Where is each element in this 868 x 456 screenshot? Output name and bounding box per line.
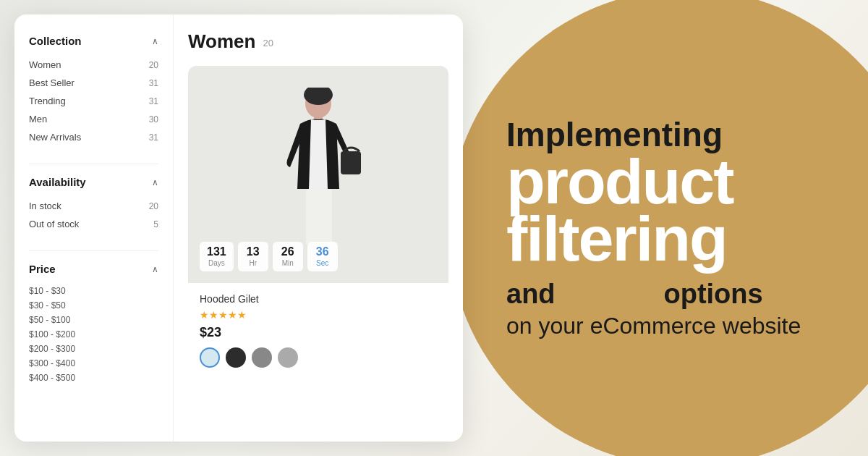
price-range-100-200[interactable]: $100 - $200	[29, 327, 158, 342]
filter-count-instock: 20	[149, 201, 158, 211]
price-section: Price ∧ $10 - $30 $30 - $50 $50 - $100 $…	[29, 263, 158, 385]
sidebar: Collection ∧ Women 20 Best Seller 31 Tre…	[14, 14, 174, 442]
and-text: and	[506, 279, 563, 309]
on-your-ecommerce-text: on your eCommerce website	[506, 313, 825, 339]
product-info: Hooded Gilet ★★★★★ $23	[188, 283, 448, 378]
filter-label-outofstock: Out of stock	[29, 219, 79, 229]
svg-rect-3	[341, 151, 361, 174]
filter-item-outofstock[interactable]: Out of stock 5	[29, 215, 158, 233]
color-swatches	[200, 347, 437, 368]
filter-label-instock: In stock	[29, 200, 61, 211]
collection-header[interactable]: Collection ∧	[29, 35, 158, 47]
divider-1	[29, 164, 158, 164]
page-title: Women	[188, 30, 255, 53]
countdown-sec-label: Sec	[315, 259, 331, 267]
filter-label-trending: Trending	[29, 96, 66, 106]
filter-item-women[interactable]: Women 20	[29, 56, 158, 74]
filtering-big-text: filtering	[506, 210, 825, 267]
collection-section: Collection ∧ Women 20 Best Seller 31 Tre…	[29, 35, 158, 146]
countdown-days: 131 Days	[200, 242, 234, 271]
countdown-days-value: 131	[207, 246, 226, 258]
filter-label-men: Men	[29, 114, 47, 124]
countdown-sec-value: 36	[315, 246, 331, 258]
countdown-hr-value: 13	[245, 246, 261, 258]
product-image-area: 131 Days 13 Hr 26 Min 36 Sec	[188, 66, 448, 283]
filter-label-newarrivals: New Arrivals	[29, 132, 81, 143]
availability-chevron-icon: ∧	[152, 177, 158, 187]
price-range-30-50[interactable]: $30 - $50	[29, 298, 158, 313]
collection-chevron-icon: ∧	[152, 36, 158, 46]
sorting-highlight: sorting	[563, 279, 656, 309]
price-title: Price	[29, 263, 56, 275]
color-swatch-1[interactable]	[200, 347, 220, 368]
ui-card: Collection ∧ Women 20 Best Seller 31 Tre…	[14, 14, 463, 442]
filter-item-bestseller[interactable]: Best Seller 31	[29, 74, 158, 92]
price-chevron-icon: ∧	[152, 264, 158, 274]
countdown-hr-label: Hr	[245, 259, 261, 267]
options-text: options	[656, 279, 763, 309]
filter-count-trending: 31	[149, 96, 158, 106]
countdown-sec: 36 Sec	[307, 242, 338, 271]
price-range-10-30[interactable]: $10 - $30	[29, 284, 158, 298]
svg-rect-5	[316, 189, 332, 247]
filter-item-trending[interactable]: Trending 31	[29, 92, 158, 110]
filter-count-newarrivals: 31	[149, 132, 158, 143]
availability-section: Availability ∧ In stock 20 Out of stock …	[29, 176, 158, 233]
countdown-min-value: 26	[280, 246, 296, 258]
page-count: 20	[263, 38, 273, 48]
price-range-400-500[interactable]: $400 - $500	[29, 371, 158, 385]
main-content: Women 20	[174, 14, 463, 442]
countdown-timer: 131 Days 13 Hr 26 Min 36 Sec	[200, 242, 338, 271]
filter-count-women: 20	[149, 60, 158, 70]
availability-title: Availability	[29, 176, 86, 188]
and-sorting-line: and sorting options	[506, 279, 825, 310]
price-range-300-400[interactable]: $300 - $400	[29, 356, 158, 371]
color-swatch-3[interactable]	[252, 347, 272, 368]
countdown-min: 26 Min	[273, 242, 303, 271]
filter-count-men: 30	[149, 114, 158, 124]
product-big-text: product	[506, 153, 825, 210]
collection-title: Collection	[29, 35, 82, 47]
product-stars: ★★★★★	[200, 309, 437, 321]
filter-label-bestseller: Best Seller	[29, 77, 75, 88]
filter-count-outofstock: 5	[153, 219, 158, 229]
filter-label-women: Women	[29, 59, 61, 70]
filter-item-instock[interactable]: In stock 20	[29, 197, 158, 215]
price-range-50-100[interactable]: $50 - $100	[29, 313, 158, 327]
product-name: Hooded Gilet	[200, 293, 437, 305]
countdown-days-label: Days	[207, 259, 226, 267]
page-heading: Women 20	[188, 30, 448, 53]
color-swatch-2[interactable]	[226, 347, 246, 368]
countdown-hr: 13 Hr	[238, 242, 268, 271]
filter-item-newarrivals[interactable]: New Arrivals 31	[29, 128, 158, 146]
filter-item-men[interactable]: Men 30	[29, 110, 158, 128]
price-header[interactable]: Price ∧	[29, 263, 158, 275]
divider-2	[29, 250, 158, 251]
price-range-200-300[interactable]: $200 - $300	[29, 342, 158, 356]
product-card: 131 Days 13 Hr 26 Min 36 Sec	[188, 66, 448, 378]
availability-header[interactable]: Availability ∧	[29, 176, 158, 188]
product-price: $23	[200, 325, 437, 340]
filter-count-bestseller: 31	[149, 78, 158, 88]
countdown-min-label: Min	[280, 259, 296, 267]
product-image	[260, 80, 376, 269]
color-swatch-4[interactable]	[278, 347, 298, 368]
